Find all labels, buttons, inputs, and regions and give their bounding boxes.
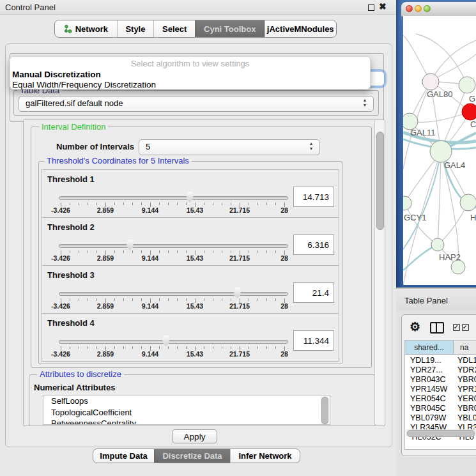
list-scrollbar[interactable]	[321, 396, 328, 424]
slider-track[interactable]	[59, 196, 288, 200]
tab-network[interactable]: Network	[55, 20, 117, 37]
number-of-intervals-combobox[interactable]: 5 ▲▼	[139, 139, 320, 155]
slider-tick-mark	[231, 346, 231, 349]
column-header-shared-name[interactable]: shared...	[405, 341, 454, 355]
GCY1-node[interactable]	[403, 196, 411, 210]
slider-tick-mark	[88, 298, 88, 301]
table-cell[interactable]: YDR27...	[410, 365, 452, 375]
popup-item-equal-width-frequency[interactable]: Equal Width/Frequency Discretization	[12, 80, 156, 89]
slider-tick-mark	[231, 250, 231, 253]
table-cell[interactable]: YER054C	[410, 394, 452, 404]
tab-discretize-data[interactable]: Discretize Data	[154, 449, 230, 463]
table-cell[interactable]: YBR0	[457, 375, 476, 385]
table-cell[interactable]: YPR1	[457, 385, 476, 394]
node-label: H	[470, 213, 476, 222]
columns-icon[interactable]	[430, 322, 444, 334]
GAL4-node[interactable]	[430, 141, 452, 162]
slider-tick-mark	[257, 298, 258, 301]
table-cell[interactable]: YBL079W	[410, 413, 452, 423]
control-panel-titlebar: Control Panel ✖	[0, 0, 396, 15]
network-window-titlebar[interactable]	[401, 2, 476, 17]
gear-icon[interactable]: ⚙	[410, 319, 420, 334]
axis-tick-label: 2.859	[89, 350, 121, 358]
slider-tick-mark	[159, 203, 160, 205]
list-item[interactable]: BetweennessCentrality	[43, 418, 330, 425]
thresholds-group: Threshold's Coordinates for 5 Intervals …	[38, 161, 342, 364]
slider-tick-mark	[231, 203, 231, 205]
threshold-value-field[interactable]: 21.4	[293, 282, 334, 303]
tab-select[interactable]: Select	[153, 20, 195, 37]
table-cell[interactable]: YDL1	[457, 356, 476, 365]
tab-impute-data[interactable]: Impute Data	[93, 449, 154, 463]
axis-tick-label: 28	[268, 206, 300, 214]
threshold-label: Threshold 1	[47, 174, 95, 184]
numerical-attributes-list: SelfLoops TopologicalCoefficient Between…	[43, 395, 330, 425]
popup-item-manual-discretization[interactable]: Manual Discretization	[12, 70, 101, 79]
interval-definition-title: Interval Definition	[39, 122, 108, 132]
tab-style[interactable]: Style	[117, 20, 154, 37]
table-horizontal-scrollbar[interactable]	[406, 429, 476, 436]
table-scrollbar-thumb[interactable]	[407, 430, 475, 437]
zoom-traffic-light-icon[interactable]	[424, 5, 431, 12]
table-data-combobox[interactable]: galFiltered.sif default node ▲▼	[19, 96, 374, 112]
tab-infer-network-label: Infer Network	[238, 451, 291, 461]
red-node[interactable]	[462, 104, 476, 120]
list-item[interactable]: SelfLoops	[43, 395, 330, 407]
slider-track[interactable]	[59, 244, 288, 248]
GAL80-node[interactable]	[422, 73, 439, 90]
table-cell[interactable]: YDL19...	[410, 356, 452, 365]
network-icon	[64, 24, 72, 33]
slider-tick-mark	[96, 298, 97, 301]
top-right-node[interactable]	[459, 77, 475, 93]
slider-track[interactable]	[59, 292, 288, 296]
axis-tick-label: -3.426	[45, 302, 77, 310]
table-cell[interactable]: YBR045C	[410, 404, 452, 413]
axis-tick-label: 9.144	[134, 206, 166, 214]
table-cell[interactable]: YBR0	[457, 404, 476, 413]
table-cell[interactable]: YBR043C	[410, 375, 452, 385]
close-traffic-light-icon[interactable]	[406, 5, 413, 12]
node-label: GAL11	[410, 128, 436, 137]
HAP2-node[interactable]	[431, 238, 444, 251]
tab-jactivemnodules-label: jActiveMNodules	[267, 24, 334, 34]
tab-infer-network[interactable]: Infer Network	[230, 449, 300, 463]
table-panel-titlebar: Table Panel	[396, 288, 476, 311]
checkbox-icon[interactable]: ✓	[453, 324, 460, 331]
threshold-value-field[interactable]: 14.713	[293, 187, 334, 207]
threshold-value-field[interactable]: 6.316	[293, 234, 334, 255]
combo-spinner-icon[interactable]: ▲▼	[362, 98, 368, 108]
slider-tick-mark	[213, 298, 213, 301]
list-item[interactable]: TopologicalCoefficient	[43, 407, 330, 418]
table-cell[interactable]: YBL0	[457, 413, 476, 423]
panel-scrollbar-thumb[interactable]	[376, 132, 384, 230]
tab-cyni-toolbox[interactable]: Cyni Toolbox	[195, 20, 265, 37]
float-window-icon[interactable]	[368, 4, 374, 11]
minimize-traffic-light-icon[interactable]	[415, 5, 422, 12]
apply-button[interactable]: Apply	[172, 429, 217, 443]
slider-tick-mark	[79, 250, 79, 253]
slider-tick-mark	[79, 346, 79, 349]
threshold-box: Threshold 1-3.4262.8599.14415.4321.71528…	[42, 169, 339, 218]
table-cell[interactable]: YER0	[457, 394, 476, 404]
tab-impute-data-label: Impute Data	[100, 451, 147, 461]
close-icon[interactable]: ✖	[379, 1, 387, 12]
panel-scrollbar[interactable]	[374, 120, 385, 424]
table-cell[interactable]: YDR2	[457, 365, 476, 375]
column-header-name[interactable]: na	[454, 341, 476, 355]
numerical-attributes-label: Numerical Attributes	[34, 383, 115, 392]
partial-node[interactable]	[451, 260, 465, 274]
combo-spinner-icon[interactable]: ▲▼	[308, 141, 314, 151]
slider-tick-mark	[70, 250, 70, 253]
H-node[interactable]	[460, 194, 476, 211]
tab-jactivemnodules[interactable]: jActiveMNodules	[265, 20, 336, 37]
list-scrollbar-thumb[interactable]	[321, 397, 328, 424]
table-toolbar: ⚙ ✓ ✓	[402, 315, 476, 339]
table-cell[interactable]: YPR145W	[410, 385, 452, 394]
slider-track[interactable]	[59, 340, 288, 344]
threshold-box: Threshold 2-3.4262.8599.14415.4321.71528…	[42, 217, 339, 266]
checkbox-icon[interactable]: ✓	[462, 324, 469, 331]
slider-tick-mark	[186, 250, 187, 253]
threshold-value-field[interactable]: 11.344	[293, 330, 334, 351]
network-canvas[interactable]: GAL80GCGAL11GAL4GCY1HHAP2	[403, 16, 476, 285]
slider-tick-mark	[249, 203, 249, 205]
